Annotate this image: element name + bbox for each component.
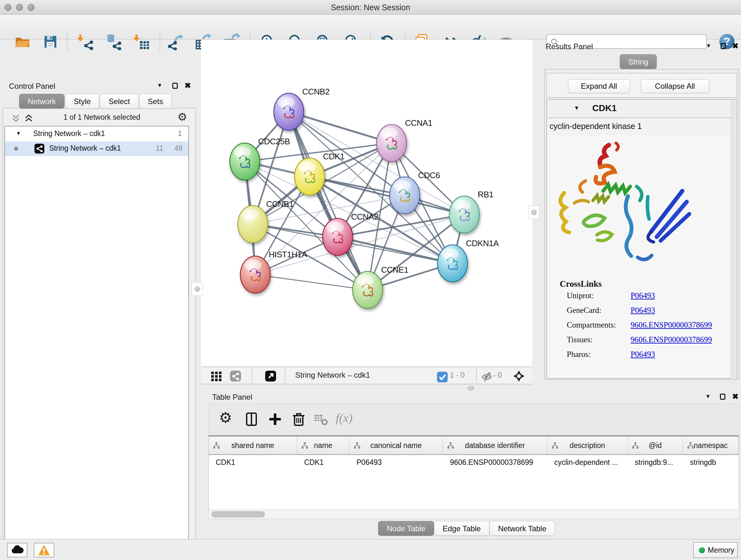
table-row[interactable]: CDK1CDK1P064939606.ENSP00000378699cyclin… — [209, 455, 739, 470]
float-panel-icon[interactable] — [720, 394, 725, 400]
table-cell[interactable]: cyclin-dependent ... — [547, 455, 628, 470]
node-CCNA1[interactable] — [377, 125, 407, 162]
crosslink-label: Uniprot: — [567, 291, 594, 300]
network-view-title: String Network – cdk1 — [295, 371, 370, 380]
cloud-status-button[interactable] — [7, 543, 27, 557]
float-panel-icon[interactable] — [721, 43, 726, 49]
protein-card: ▼ CDK1 cyclin-dependent kinase 1 — [546, 99, 737, 379]
crosslink-row: GeneCard:P06493 — [567, 306, 733, 320]
node-CCNB2[interactable] — [274, 93, 304, 130]
table-panel: Table Panel ▼ ✖ ⚙ f(x) shared namenameca… — [206, 390, 741, 520]
node-CDK1[interactable] — [294, 158, 325, 195]
column-header-canonical-name[interactable]: canonical name — [349, 436, 443, 454]
results-panel: Results Panel ▼ ✖ String Expand All Coll… — [535, 40, 741, 388]
crosshair-icon[interactable] — [513, 370, 525, 382]
crosslink-link[interactable]: P06493 — [630, 291, 655, 300]
delete-column-trash-icon[interactable] — [291, 412, 307, 427]
table-cell[interactable]: stringdb — [683, 455, 739, 470]
edge-CCNE1-HIST1H1A[interactable] — [255, 274, 367, 290]
collapse-panel-icon[interactable]: ▼ — [705, 393, 711, 400]
window-title: Session: New Session — [0, 0, 741, 15]
splitter-handle[interactable] — [467, 386, 474, 390]
column-header-description[interactable]: description — [547, 436, 628, 454]
node-CCNE1[interactable] — [353, 271, 383, 308]
results-scrollbar[interactable] — [731, 100, 736, 379]
add-column-icon[interactable] — [267, 412, 283, 427]
expand-all-button[interactable]: Expand All — [568, 79, 630, 93]
column-header-name[interactable]: name — [297, 436, 349, 454]
tab-network[interactable]: Network — [19, 94, 64, 109]
node-label-CCNE1: CCNE1 — [381, 265, 408, 274]
edge-CCNA2-CDKN1A[interactable] — [338, 237, 453, 263]
collapse-panel-icon[interactable]: ▼ — [706, 43, 711, 49]
collapse-caret-icon[interactable]: ▼ — [574, 105, 580, 111]
table-cell[interactable]: CDK1 — [209, 455, 297, 470]
column-header--id[interactable]: @id — [628, 436, 683, 454]
tab-node-table[interactable]: Node Table — [378, 521, 434, 536]
crosslink-link[interactable]: P06493 — [630, 350, 655, 359]
expand-all-icon[interactable] — [24, 114, 33, 123]
table-settings-gear-icon[interactable]: ⚙ — [219, 409, 234, 424]
tab-style[interactable]: Style — [65, 94, 99, 109]
table-hscrollbar[interactable] — [208, 509, 739, 519]
node-CDC25B[interactable] — [230, 143, 260, 180]
tab-select[interactable]: Select — [100, 94, 138, 109]
control-panel: Control Panel ▼ ✖ NetworkStyleSelectSets… — [0, 40, 201, 538]
splitter-handle[interactable] — [192, 282, 203, 296]
node-RB1[interactable] — [449, 196, 479, 233]
node-CCNB1[interactable] — [238, 206, 268, 243]
protein-card-header[interactable]: ▼ CDK1 — [547, 100, 737, 118]
network-row-selected[interactable]: String Network – cdk1 11 48 — [5, 141, 188, 156]
warnings-button[interactable] — [34, 543, 54, 557]
gear-icon[interactable]: ⚙ — [178, 111, 187, 123]
network-canvas[interactable]: CCNB2CCNA1CDC25BCDK1CDC6RB1CCNB1CCNA2CDK… — [201, 40, 532, 367]
table-tabs: Node TableEdge TableNetwork Table — [378, 521, 555, 536]
tab-network-table[interactable]: Network Table — [489, 521, 555, 536]
table-cell[interactable]: CDK1 — [297, 455, 349, 470]
node-CDKN1A[interactable] — [437, 245, 468, 282]
table-cell[interactable]: P06493 — [349, 455, 443, 470]
selected-checkbox-icon[interactable] — [436, 371, 446, 381]
collapse-all-icon[interactable] — [11, 114, 20, 123]
crosslink-link[interactable]: 9606.ENSP00000378699 — [630, 335, 712, 344]
table-cell[interactable]: stringdb:9... — [628, 455, 683, 470]
column-header-database-identifier[interactable]: database identifier — [443, 436, 547, 454]
grid-view-icon[interactable] — [211, 370, 222, 382]
node-CCNA2[interactable] — [323, 219, 353, 255]
network-collection-row[interactable]: ▼ String Network – cdk1 1 — [5, 126, 188, 141]
tree-expand-caret[interactable]: ▼ — [16, 131, 21, 136]
network-share-toggle-icon[interactable] — [230, 370, 241, 382]
crosslinks-title: CrossLinks — [560, 279, 602, 289]
edge-CCNB2-CCNA1[interactable] — [289, 112, 392, 143]
node-CDC6[interactable] — [390, 177, 420, 214]
node-HIST1H1A[interactable] — [240, 256, 270, 293]
open-view-icon[interactable] — [265, 370, 276, 382]
crosslink-link[interactable]: P06493 — [630, 306, 655, 315]
tab-string[interactable]: String — [620, 54, 657, 69]
node-table[interactable]: shared namenamecanonical namedatabase id… — [208, 435, 739, 509]
edge-CCNB2-CCNE1[interactable] — [289, 112, 367, 290]
float-panel-icon[interactable] — [172, 83, 178, 89]
collapse-all-button[interactable]: Collapse All — [641, 79, 709, 93]
close-panel-icon[interactable]: ✖ — [732, 42, 738, 51]
crosslink-label: GeneCard: — [567, 306, 601, 315]
memory-button[interactable]: Memory — [693, 542, 738, 558]
crosslink-link[interactable]: 9606.ENSP00000378699 — [630, 320, 712, 329]
tab-sets[interactable]: Sets — [139, 94, 172, 109]
crosslink-label: Tissues: — [567, 335, 593, 344]
collapse-panel-icon[interactable]: ▼ — [157, 82, 162, 89]
close-panel-icon[interactable]: ✖ — [732, 392, 738, 401]
column-header-namespac[interactable]: namespac — [683, 436, 739, 454]
tab-edge-table[interactable]: Edge Table — [434, 521, 489, 536]
show-columns-icon[interactable] — [244, 412, 259, 427]
close-panel-icon[interactable]: ✖ — [185, 81, 191, 90]
memory-status-dot — [699, 547, 705, 553]
clear-table-icon — [313, 412, 329, 427]
crosslink-row: Compartments:9606.ENSP00000378699 — [567, 320, 733, 335]
scrollbar-thumb[interactable] — [211, 511, 265, 517]
table-cell[interactable]: 9606.ENSP00000378699 — [443, 455, 547, 470]
cloud-icon — [11, 545, 23, 554]
hidden-count: 0 - 0 — [487, 371, 502, 380]
column-header-shared-name[interactable]: shared name — [209, 436, 297, 454]
string-network-graph[interactable]: CCNB2CCNA1CDC25BCDK1CDC6RB1CCNB1CCNA2CDK… — [201, 40, 532, 367]
